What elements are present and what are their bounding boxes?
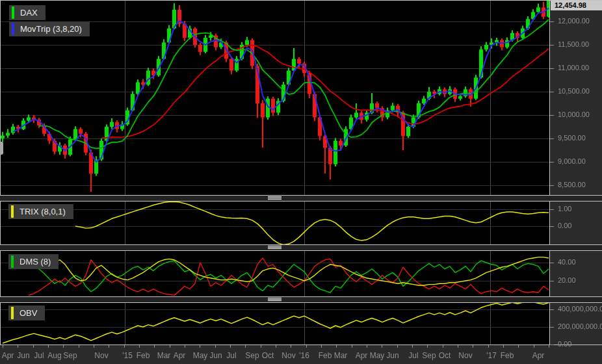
legend-chip-movtrip[interactable]: MovTrip (3,8,20) (9, 21, 90, 36)
movtrip-series-marker (12, 23, 14, 35)
obv-axis[interactable] (550, 302, 602, 345)
legend-chip-obv[interactable]: OBV (8, 306, 45, 320)
legend-trix-label: TRIX (8,0,1) (20, 207, 66, 216)
panel-divider-trix-dms[interactable] (0, 245, 602, 250)
obv-plot-area[interactable] (0, 302, 550, 345)
dms-series-marker (11, 255, 14, 268)
trix-plot-area[interactable] (0, 201, 550, 245)
panel-divider-main-trix[interactable] (0, 196, 602, 201)
legend-chip-dax[interactable]: DAX (9, 5, 46, 20)
divider-grip-icon[interactable] (268, 196, 281, 200)
legend-dms-label: DMS (8) (20, 257, 51, 266)
main-price-axis[interactable] (550, 0, 602, 196)
divider-grip-icon[interactable] (268, 246, 281, 250)
legend-chip-trix[interactable]: TRIX (8,0,1) (8, 204, 73, 219)
legend-dax-label: DAX (20, 8, 38, 18)
legend-chip-dms[interactable]: DMS (8) (8, 254, 59, 269)
legend-movtrip-label: MovTrip (3,8,20) (20, 24, 82, 34)
last-price-marker: 12,454.98 (551, 1, 602, 10)
dax-series-marker (12, 6, 14, 19)
divider-grip-icon[interactable] (268, 298, 281, 302)
trix-series-marker (11, 205, 14, 218)
time-axis[interactable] (0, 345, 602, 364)
trix-axis[interactable] (550, 201, 602, 245)
legend-obv-label: OBV (20, 308, 37, 318)
dms-plot-area[interactable] (0, 250, 550, 297)
dms-axis[interactable] (550, 250, 602, 297)
obv-series-marker (11, 307, 14, 319)
left-resize-handle[interactable] (0, 142, 3, 155)
charting-application: DAX MovTrip (3,8,20) TRIX (8,0,1) DMS (8… (0, 0, 602, 364)
panel-divider-dms-obv[interactable] (0, 297, 602, 302)
